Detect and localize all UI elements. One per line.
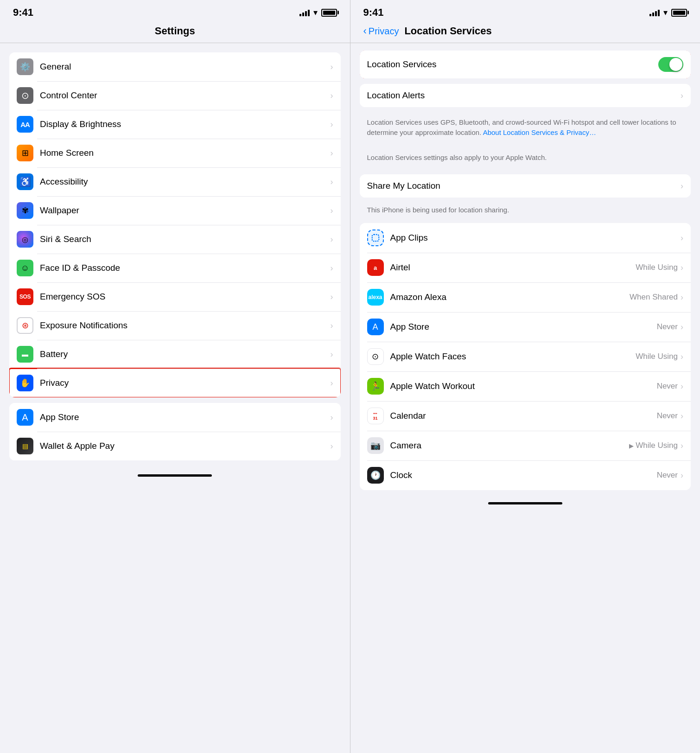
watch-faces-item[interactable]: ⊙ Apple Watch Faces While Using › — [360, 342, 691, 371]
status-bar-left: 9:41 ▾ — [0, 0, 350, 21]
share-location-group: Share My Location › — [360, 174, 691, 198]
settings-item-exposure[interactable]: ⊛ Exposure Notifications › — [9, 311, 341, 340]
settings-header: Settings — [0, 21, 350, 43]
share-my-location-item[interactable]: Share My Location › — [360, 174, 691, 198]
settings-item-app-store[interactable]: A App Store › — [9, 403, 341, 432]
control-center-label: Control Center — [40, 90, 331, 101]
location-privacy-link[interactable]: About Location Services & Privacy… — [483, 128, 596, 136]
wallpaper-icon: ✾ — [17, 202, 33, 219]
wifi-icon: ▾ — [313, 7, 318, 18]
settings-item-control-center[interactable]: ⊙ Control Center › — [9, 81, 341, 110]
face-id-icon: ☺ — [17, 260, 33, 276]
app-store-value: Never — [657, 322, 678, 332]
back-chevron-icon: ‹ — [363, 25, 367, 37]
alexa-item[interactable]: alexa Amazon Alexa When Shared › — [360, 282, 691, 312]
settings-item-sos[interactable]: SOS Emergency SOS › — [9, 282, 341, 311]
settings-item-display[interactable]: AA Display & Brightness › — [9, 110, 341, 139]
watch-faces-icon: ⊙ — [367, 348, 384, 365]
privacy-label: Privacy — [40, 378, 331, 388]
clock-item[interactable]: 🕐 Clock Never › — [360, 460, 691, 490]
privacy-icon: ✋ — [17, 375, 33, 391]
chevron-alexa: › — [681, 293, 683, 302]
clock-label: Clock — [390, 470, 657, 480]
toggle-knob — [669, 58, 682, 71]
settings-group-1: ⚙️ General › ⊙ Control Center › AA Displ… — [9, 52, 341, 397]
share-location-note: This iPhone is being used for location s… — [360, 203, 691, 217]
settings-item-siri[interactable]: ◎ Siri & Search › — [9, 225, 341, 254]
chevron-wallet: › — [331, 441, 333, 451]
app-clips-item[interactable]: App Clips › — [360, 223, 691, 253]
settings-item-wallpaper[interactable]: ✾ Wallpaper › — [9, 196, 341, 225]
battery-label: Battery — [40, 349, 331, 359]
settings-item-wallet[interactable]: ▤ Wallet & Apple Pay › — [9, 432, 341, 460]
sos-icon: SOS — [17, 288, 33, 305]
camera-label: Camera — [390, 440, 630, 451]
back-label: Privacy — [369, 26, 399, 37]
chevron-home-screen: › — [331, 148, 333, 158]
general-label: General — [40, 62, 331, 72]
settings-item-privacy[interactable]: ✋ Privacy › — [9, 369, 341, 397]
settings-item-home-screen[interactable]: ⊞ Home Screen › — [9, 139, 341, 167]
chevron-wallpaper: › — [331, 206, 333, 216]
accessibility-label: Accessibility — [40, 177, 331, 187]
chevron-general: › — [331, 62, 333, 72]
settings-list: ⚙️ General › ⊙ Control Center › AA Displ… — [0, 43, 350, 470]
siri-label: Siri & Search — [40, 234, 331, 244]
settings-panel: 9:41 ▾ Settings ⚙️ General › — [0, 0, 350, 753]
alexa-icon: alexa — [367, 289, 384, 306]
watch-faces-value: While Using — [636, 352, 678, 361]
home-indicator-right — [488, 502, 562, 504]
watch-workout-value: Never — [657, 382, 678, 391]
clock-icon: 🕐 — [367, 467, 384, 484]
settings-item-face-id[interactable]: ☺ Face ID & Passcode › — [9, 254, 341, 282]
settings-item-battery[interactable]: ▬ Battery › — [9, 340, 341, 369]
clock-value: Never — [657, 471, 678, 480]
app-clips-label: App Clips — [390, 233, 681, 243]
chevron-exposure: › — [331, 321, 333, 331]
watch-workout-icon: 🏃 — [367, 378, 384, 395]
settings-item-accessibility[interactable]: ♿ Accessibility › — [9, 167, 341, 196]
calendar-item[interactable]: ▪▪▪ 31 Calendar Never › — [360, 401, 691, 431]
camera-value: While Using — [636, 441, 678, 450]
status-icons-left: ▾ — [299, 7, 337, 18]
home-indicator-left — [138, 474, 212, 477]
location-watch-note: Location Services settings also apply to… — [360, 150, 691, 169]
alexa-label: Amazon Alexa — [390, 292, 630, 302]
battery-settings-icon: ▬ — [17, 346, 33, 363]
chevron-app-clips: › — [681, 233, 683, 243]
location-services-toggle[interactable] — [658, 57, 683, 72]
wallet-icon: ▤ — [17, 438, 33, 454]
share-my-location-label: Share My Location — [367, 181, 681, 191]
chevron-siri: › — [331, 235, 333, 244]
back-button[interactable]: ‹ Privacy — [363, 25, 399, 37]
location-title: Location Services — [404, 25, 491, 37]
wifi-icon-right: ▾ — [663, 7, 668, 18]
app-store-loc-icon: A — [367, 319, 384, 335]
chevron-app-store: › — [331, 413, 333, 422]
camera-item[interactable]: 📷 Camera ▶ While Using › — [360, 431, 691, 460]
watch-workout-label: Apple Watch Workout — [390, 381, 657, 391]
app-store-loc-label: App Store — [390, 322, 657, 332]
accessibility-icon: ♿ — [17, 173, 33, 190]
signal-icon — [299, 9, 310, 16]
location-toggle-row[interactable]: Location Services — [360, 51, 691, 78]
battery-icon — [321, 9, 337, 17]
watch-workout-item[interactable]: 🏃 Apple Watch Workout Never › — [360, 371, 691, 401]
chevron-sos: › — [331, 292, 333, 302]
location-services-panel: 9:41 ▾ ‹ Privacy Location Services L — [350, 0, 700, 753]
watch-faces-label: Apple Watch Faces — [390, 351, 636, 362]
calendar-label: Calendar — [390, 411, 657, 421]
exposure-label: Exposure Notifications — [40, 320, 331, 331]
face-id-label: Face ID & Passcode — [40, 263, 331, 273]
settings-item-general[interactable]: ⚙️ General › — [9, 52, 341, 81]
airtel-item[interactable]: a Airtel While Using › — [360, 253, 691, 282]
camera-arrow-icon: ▶ — [629, 442, 634, 449]
location-alerts-label: Location Alerts — [367, 90, 681, 101]
location-alerts-item[interactable]: Location Alerts › — [360, 84, 691, 107]
location-content: Location Services Location Alerts › Loca… — [350, 43, 700, 498]
chevron-accessibility: › — [331, 177, 333, 187]
chevron-alerts: › — [681, 91, 683, 101]
app-store-item[interactable]: A App Store Never › — [360, 312, 691, 342]
general-icon: ⚙️ — [17, 58, 33, 75]
signal-icon-right — [649, 9, 660, 16]
